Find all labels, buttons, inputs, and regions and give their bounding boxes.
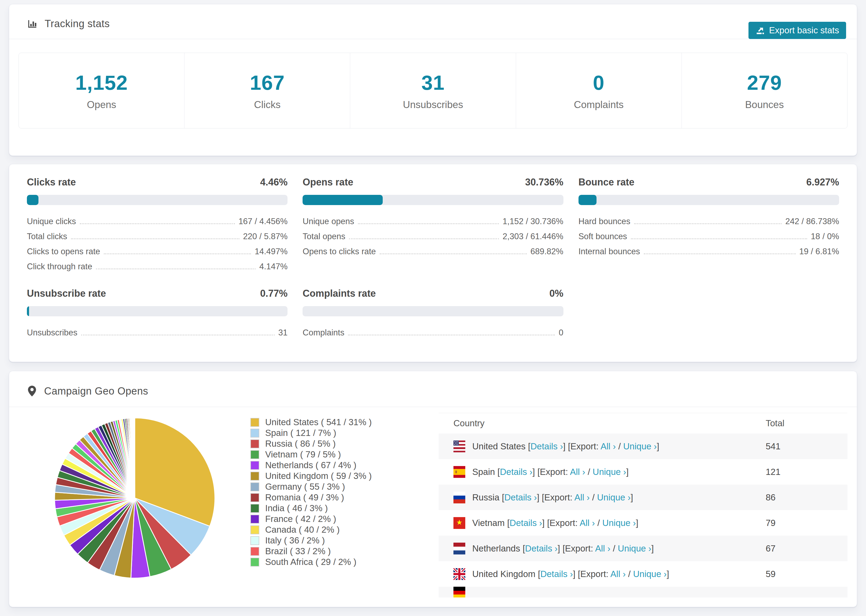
stat-value: 167 xyxy=(250,71,285,94)
export-all-link[interactable]: All › xyxy=(579,518,595,528)
legend-swatch xyxy=(250,536,259,545)
progress-track xyxy=(27,306,288,316)
total-value: 86 xyxy=(766,485,847,510)
geo-pie-chart xyxy=(51,415,218,581)
legend-label: Russia ( 86 / 5% ) xyxy=(265,438,335,449)
legend-item-spain[interactable]: Spain ( 121 / 7% ) xyxy=(250,427,439,438)
dotted-leader xyxy=(104,253,251,254)
geo-table-row-germany xyxy=(439,587,847,597)
export-unique-link[interactable]: Unique › xyxy=(618,544,651,553)
stat-cell-opens: 1,152Opens xyxy=(19,53,184,128)
dotted-leader xyxy=(348,335,555,335)
geo-opens-title: Campaign Geo Opens xyxy=(44,385,148,397)
legend-swatch xyxy=(250,429,259,438)
export-all-link[interactable]: All › xyxy=(570,467,585,477)
metric-row: Internal bounces19 / 6.81% xyxy=(578,243,839,258)
details-link[interactable]: Details › xyxy=(540,569,573,579)
stat-label: Opens xyxy=(87,99,116,110)
flag-us-icon xyxy=(453,440,465,452)
legend-item-india[interactable]: India ( 46 / 3% ) xyxy=(250,503,439,514)
legend-item-united-kingdom[interactable]: United Kingdom ( 59 / 3% ) xyxy=(250,471,439,481)
metric-row: Hard bounces242 / 86.738% xyxy=(578,212,839,228)
pie-legend: United States ( 541 / 31% )Spain ( 121 /… xyxy=(250,417,439,597)
details-link[interactable]: Details › xyxy=(510,518,542,528)
details-link[interactable]: Details › xyxy=(525,544,557,553)
export-basic-stats-button[interactable]: Export basic stats xyxy=(748,22,846,39)
tracking-stats-header: Tracking stats Export basic stats xyxy=(9,4,857,39)
flag-nl-icon xyxy=(453,543,465,555)
export-unique-link[interactable]: Unique › xyxy=(602,518,636,528)
legend-item-canada[interactable]: Canada ( 40 / 2% ) xyxy=(250,524,439,535)
metric-label: Unsubscribes xyxy=(27,328,77,339)
legend-item-romania[interactable]: Romania ( 49 / 3% ) xyxy=(250,492,439,503)
rate-title: Bounce rate xyxy=(578,177,635,188)
rate-value: 0.77% xyxy=(260,288,288,299)
export-all-link[interactable]: All › xyxy=(575,492,590,502)
dotted-leader xyxy=(358,223,499,224)
export-unique-link[interactable]: Unique › xyxy=(597,492,631,502)
legend-item-south-africa[interactable]: South Africa ( 29 / 2% ) xyxy=(250,556,439,567)
flag-es-icon xyxy=(453,466,465,478)
export-unique-link[interactable]: Unique › xyxy=(633,569,667,579)
metric-label: Unique clicks xyxy=(27,217,76,228)
geo-table-row-netherlands: Netherlands [Details ›] [Export: All › /… xyxy=(439,536,847,561)
pie-slice-other[interactable] xyxy=(134,418,135,498)
metric-label: Clicks to opens rate xyxy=(27,247,100,258)
flag-de-icon xyxy=(453,587,766,597)
legend-swatch xyxy=(250,461,259,470)
stat-cell-clicks: 167Clicks xyxy=(184,53,350,128)
progress-track xyxy=(578,195,839,205)
geo-opens-header: Campaign Geo Opens xyxy=(9,371,857,407)
progress-fill xyxy=(302,195,383,205)
legend-item-germany[interactable]: Germany ( 55 / 3% ) xyxy=(250,481,439,492)
metric-value: 18 / 0% xyxy=(811,232,839,243)
rate-block-opens-rate: Opens rate30.736%Unique opens1,152 / 30.… xyxy=(302,177,563,273)
export-all-link[interactable]: All › xyxy=(611,569,626,579)
metric-label: Total clicks xyxy=(27,232,67,243)
legend-item-italy[interactable]: Italy ( 36 / 2% ) xyxy=(250,535,439,546)
rates-grid: Clicks rate4.46%Unique clicks167 / 4.456… xyxy=(27,177,839,339)
legend-swatch xyxy=(250,482,259,491)
progress-track xyxy=(302,195,563,205)
details-link[interactable]: Details › xyxy=(500,467,532,477)
dotted-leader xyxy=(634,223,781,224)
legend-item-russia[interactable]: Russia ( 86 / 5% ) xyxy=(250,438,439,449)
bar-chart-icon xyxy=(27,18,38,29)
details-link[interactable]: Details › xyxy=(531,441,563,451)
metric-value: 220 / 5.87% xyxy=(243,232,288,243)
export-unique-link[interactable]: Unique › xyxy=(623,441,657,451)
metric-label: Opens to clicks rate xyxy=(302,247,376,258)
details-link[interactable]: Details › xyxy=(504,492,537,502)
geo-content: United States ( 541 / 31% )Spain ( 121 /… xyxy=(9,407,857,597)
legend-item-united-states[interactable]: United States ( 541 / 31% ) xyxy=(250,417,439,427)
metric-row: Opens to clicks rate689.82% xyxy=(302,243,563,258)
legend-label: United States ( 541 / 31% ) xyxy=(265,417,372,427)
country-name: Vietnam xyxy=(472,518,505,528)
export-all-link[interactable]: All › xyxy=(601,441,616,451)
legend-item-vietnam[interactable]: Vietnam ( 79 / 5% ) xyxy=(250,449,439,460)
rate-title: Opens rate xyxy=(302,177,353,188)
rate-block-unsubscribe-rate: Unsubscribe rate0.77%Unsubscribes31 xyxy=(27,288,288,339)
metric-label: Internal bounces xyxy=(578,247,640,258)
rates-card: Clicks rate4.46%Unique clicks167 / 4.456… xyxy=(9,164,857,362)
stats-summary-box: 1,152Opens167Clicks31Unsubscribes0Compla… xyxy=(19,53,847,129)
legend-item-netherlands[interactable]: Netherlands ( 67 / 4% ) xyxy=(250,460,439,471)
legend-item-brazil[interactable]: Brazil ( 33 / 2% ) xyxy=(250,546,439,556)
export-all-link[interactable]: All › xyxy=(595,544,611,553)
legend-swatch xyxy=(250,558,259,567)
export-unique-link[interactable]: Unique › xyxy=(593,467,627,477)
metric-value: 14.497% xyxy=(255,247,288,258)
metric-label: Complaints xyxy=(302,328,344,339)
legend-label: Romania ( 49 / 3% ) xyxy=(265,492,344,503)
geo-table-header-row: Country Total xyxy=(439,413,847,434)
geo-table-row-spain: Spain [Details ›] [Export: All › / Uniqu… xyxy=(439,459,847,485)
column-header-country: Country xyxy=(439,413,766,434)
stat-label: Clicks xyxy=(254,99,280,110)
metric-value: 242 / 86.738% xyxy=(785,217,839,228)
stat-value: 279 xyxy=(747,71,782,94)
metric-row: Click through rate4.147% xyxy=(27,258,288,273)
total-value: 79 xyxy=(766,510,847,536)
legend-label: Canada ( 40 / 2% ) xyxy=(265,525,340,535)
metric-value: 0 xyxy=(559,328,563,339)
legend-item-france[interactable]: France ( 42 / 2% ) xyxy=(250,514,439,524)
